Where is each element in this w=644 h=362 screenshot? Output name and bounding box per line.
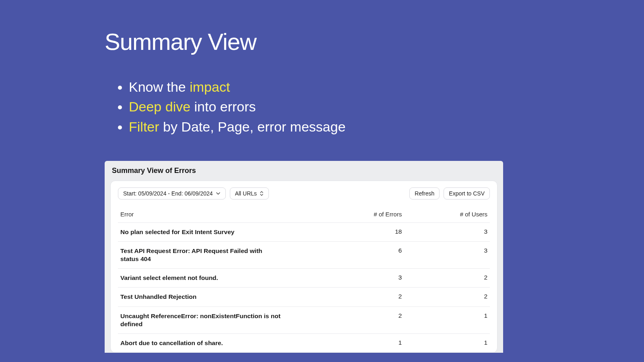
bullet-text-pre: Know the xyxy=(129,79,190,95)
error-message: Uncaught ReferenceError: nonExistentFunc… xyxy=(120,312,281,328)
export-csv-button[interactable]: Export to CSV xyxy=(444,187,490,200)
table-row[interactable]: Test API Request Error: API Request Fail… xyxy=(118,242,490,269)
summary-card: Start: 05/09/2024 - End: 06/09/2024 All … xyxy=(110,181,497,353)
date-range-button[interactable]: Start: 05/09/2024 - End: 06/09/2024 xyxy=(118,187,226,200)
bullet-text-highlight: Filter xyxy=(129,119,159,134)
bullet-item: Deep dive into errors xyxy=(129,97,644,117)
error-message: Abort due to cancellation of share. xyxy=(120,339,281,347)
error-message: Test Unhandled Rejection xyxy=(120,293,281,301)
col-error: Error xyxy=(118,207,322,223)
user-count: 3 xyxy=(404,242,490,269)
refresh-button[interactable]: Refresh xyxy=(409,187,440,200)
table-row[interactable]: No plan selected for Exit Intent Survey … xyxy=(118,222,490,241)
error-count: 6 xyxy=(322,242,404,269)
error-count: 2 xyxy=(322,306,404,333)
toolbar: Start: 05/09/2024 - End: 06/09/2024 All … xyxy=(118,187,490,200)
user-count: 2 xyxy=(404,269,490,288)
error-message: No plan selected for Exit Intent Survey xyxy=(120,228,281,236)
error-count: 1 xyxy=(322,333,404,352)
bullet-item: Filter by Date, Page, error message xyxy=(129,117,644,137)
url-filter-button[interactable]: All URLs xyxy=(230,187,269,200)
user-count: 3 xyxy=(404,222,490,241)
table-row[interactable]: Abort due to cancellation of share. 1 1 xyxy=(118,333,490,352)
error-count: 18 xyxy=(322,222,404,241)
url-filter-label: All URLs xyxy=(235,191,257,196)
bullet-text-post: by Date, Page, error message xyxy=(159,119,346,134)
error-message: Test API Request Error: API Request Fail… xyxy=(120,247,281,263)
bullet-item: Know the impact xyxy=(129,77,644,97)
table-row[interactable]: Variant select element not found. 3 2 xyxy=(118,269,490,288)
bullet-text-highlight: impact xyxy=(190,79,230,95)
error-message: Variant select element not found. xyxy=(120,274,281,282)
panel-title: Summary View of Errors xyxy=(105,161,503,178)
errors-table: Error # of Errors # of Users No plan sel… xyxy=(118,207,490,352)
user-count: 1 xyxy=(404,333,490,352)
table-row[interactable]: Uncaught ReferenceError: nonExistentFunc… xyxy=(118,306,490,333)
table-row[interactable]: Test Unhandled Rejection 2 2 xyxy=(118,288,490,306)
error-count: 3 xyxy=(322,269,404,288)
summary-panel: Summary View of Errors Start: 05/09/2024… xyxy=(105,161,503,353)
bullet-text-highlight: Deep dive xyxy=(129,99,190,114)
col-count: # of Errors xyxy=(322,207,404,223)
bullet-text-post: into errors xyxy=(190,99,256,114)
user-count: 2 xyxy=(404,288,490,306)
bullet-list: Know the impact Deep dive into errors Fi… xyxy=(105,77,644,137)
table-header-row: Error # of Errors # of Users xyxy=(118,207,490,223)
refresh-label: Refresh xyxy=(415,191,434,196)
date-range-label: Start: 05/09/2024 - End: 06/09/2024 xyxy=(123,191,213,196)
user-count: 1 xyxy=(404,306,490,333)
chevron-down-icon xyxy=(216,191,221,196)
error-count: 2 xyxy=(322,288,404,306)
sort-updown-icon xyxy=(260,191,264,196)
export-csv-label: Export to CSV xyxy=(449,191,485,196)
slide-title: Summary View xyxy=(105,28,644,55)
col-users: # of Users xyxy=(404,207,490,223)
